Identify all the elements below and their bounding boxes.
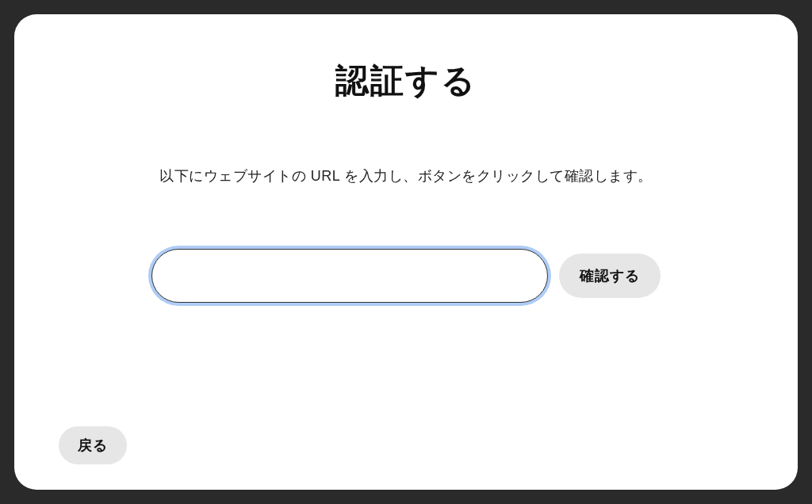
modal-description: 以下にウェブサイトの URL を入力し、ボタンをクリックして確認します。 — [59, 166, 753, 185]
modal-overlay: 認証する 以下にウェブサイトの URL を入力し、ボタンをクリックして確認します… — [0, 0, 812, 504]
input-row: 確認する — [59, 249, 753, 303]
auth-modal: 認証する 以下にウェブサイトの URL を入力し、ボタンをクリックして確認します… — [14, 14, 798, 490]
confirm-button[interactable]: 確認する — [559, 254, 661, 298]
back-button[interactable]: 戻る — [59, 426, 127, 464]
modal-title: 認証する — [59, 59, 753, 103]
url-input[interactable] — [151, 249, 548, 303]
